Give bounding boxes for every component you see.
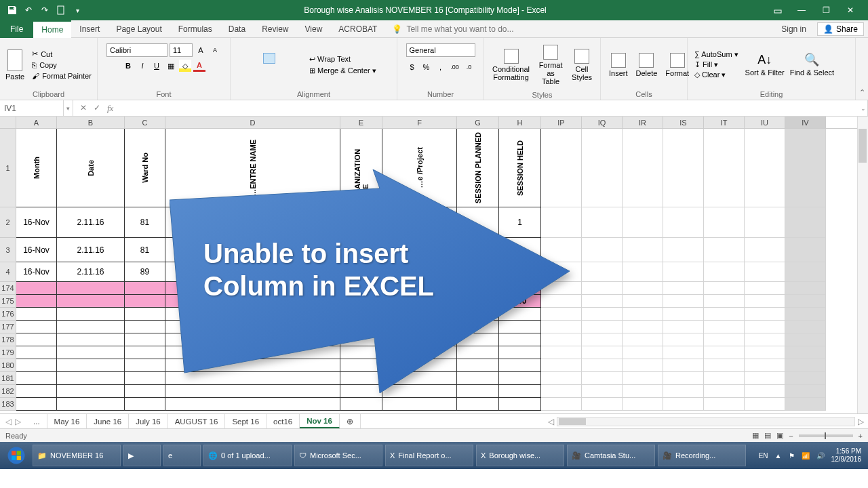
row-header[interactable]: 182	[0, 385, 16, 398]
cell[interactable]	[582, 359, 623, 372]
cell[interactable]	[704, 262, 745, 282]
cell[interactable]	[457, 308, 499, 321]
cell[interactable]	[623, 359, 663, 372]
cell[interactable]	[704, 295, 745, 308]
dec-decimal-icon[interactable]: .0	[463, 61, 475, 73]
cell[interactable]	[499, 333, 541, 346]
cell[interactable]: Month	[16, 129, 57, 207]
cell[interactable]	[663, 129, 704, 207]
cell[interactable]	[382, 359, 457, 372]
cell[interactable]	[623, 207, 663, 238]
font-color-icon[interactable]: A	[193, 60, 205, 72]
tab-insert[interactable]: Insert	[71, 20, 108, 38]
taskbar-button[interactable]: ▶	[123, 445, 161, 466]
col-header[interactable]: C	[125, 117, 165, 128]
cell[interactable]	[582, 398, 623, 411]
cell[interactable]	[623, 398, 663, 411]
row-header[interactable]: 176	[0, 308, 16, 321]
cell[interactable]	[785, 295, 826, 308]
cell[interactable]	[499, 238, 541, 262]
cell[interactable]	[663, 238, 704, 262]
shrink-font-icon[interactable]: A	[209, 44, 221, 56]
align-middle-icon[interactable]	[250, 53, 262, 64]
cell[interactable]	[541, 295, 582, 308]
clear-button[interactable]: ◇ Clear ▾	[694, 70, 738, 79]
cell[interactable]	[57, 333, 125, 346]
sheet-tab[interactable]: July 16	[129, 414, 167, 428]
cell[interactable]	[382, 262, 457, 282]
cell[interactable]	[125, 372, 165, 385]
tab-view[interactable]: View	[297, 20, 331, 38]
tab-prev-icon[interactable]: ◁	[5, 417, 12, 426]
zoom-slider[interactable]	[799, 434, 853, 437]
cell[interactable]	[382, 295, 457, 308]
view-normal-icon[interactable]: ▦	[752, 431, 759, 440]
taskbar-button[interactable]: 🛡Microsoft Sec...	[294, 445, 382, 466]
copy-button[interactable]: ⎘Copy	[30, 60, 59, 70]
cell[interactable]	[541, 346, 582, 359]
grow-font-icon[interactable]: A	[195, 44, 207, 56]
row-header[interactable]: 179	[0, 346, 16, 359]
cell[interactable]	[541, 333, 582, 346]
col-header[interactable]: H	[499, 117, 541, 128]
cell[interactable]	[704, 346, 745, 359]
row-header[interactable]: 174	[0, 282, 16, 295]
wrap-text-button[interactable]: ↩ Wrap Text	[309, 55, 376, 64]
cell[interactable]: 81	[125, 238, 165, 262]
conditional-fmt-button[interactable]: Conditional Formatting	[490, 47, 532, 83]
hscroll-left-icon[interactable]: ◁	[548, 417, 554, 426]
cell[interactable]	[340, 359, 382, 372]
col-header[interactable]: F	[382, 117, 457, 128]
cell[interactable]: 81	[125, 207, 165, 238]
col-header[interactable]: A	[16, 117, 57, 128]
currency-icon[interactable]: $	[406, 61, 418, 73]
format-painter-button[interactable]: 🖌Format Painter	[30, 71, 94, 81]
cell[interactable]	[785, 129, 826, 207]
row-header[interactable]: 180	[0, 359, 16, 372]
col-header[interactable]: G	[457, 117, 499, 128]
cell[interactable]	[16, 308, 57, 321]
col-header[interactable]: IT	[704, 117, 745, 128]
qat-dropdown-icon[interactable]: ▾	[72, 5, 83, 16]
name-box[interactable]: IV1	[0, 100, 64, 116]
cell[interactable]	[457, 372, 499, 385]
col-header[interactable]: E	[340, 117, 382, 128]
zoom-out-icon[interactable]: −	[789, 432, 793, 440]
cell[interactable]	[125, 321, 165, 333]
formula-expand-icon[interactable]: ⌄	[859, 100, 868, 116]
cell[interactable]	[165, 207, 340, 238]
tab-more[interactable]: ...	[26, 414, 47, 428]
close-icon[interactable]: ✕	[845, 5, 856, 16]
minimize-icon[interactable]: —	[796, 5, 807, 16]
signin[interactable]: Sign in	[774, 24, 813, 34]
cell[interactable]	[57, 282, 125, 295]
cell[interactable]	[57, 295, 125, 308]
taskbar-button[interactable]: 🎥Camtasia Stu...	[567, 445, 655, 466]
cell[interactable]	[340, 282, 382, 295]
align-right-icon[interactable]	[263, 66, 275, 77]
fill-button[interactable]: ↧ Fill ▾	[694, 60, 738, 69]
cell[interactable]	[663, 295, 704, 308]
cell[interactable]	[582, 321, 623, 333]
cell[interactable]	[785, 282, 826, 295]
align-left-icon[interactable]	[236, 66, 248, 77]
col-header[interactable]: IS	[663, 117, 704, 128]
row-header[interactable]: 178	[0, 333, 16, 346]
cell[interactable]	[125, 308, 165, 321]
col-header[interactable]: IV	[785, 117, 826, 128]
cell[interactable]	[457, 262, 499, 282]
inc-decimal-icon[interactable]: .00	[449, 61, 461, 73]
cell[interactable]	[57, 385, 125, 398]
cell[interactable]	[582, 282, 623, 295]
cell[interactable]	[457, 333, 499, 346]
cell[interactable]	[704, 129, 745, 207]
cell[interactable]	[499, 385, 541, 398]
file-tab[interactable]: File	[0, 20, 33, 38]
cell[interactable]	[16, 385, 57, 398]
col-header[interactable]: IU	[745, 117, 785, 128]
cell[interactable]	[582, 308, 623, 321]
cell[interactable]	[457, 238, 499, 262]
col-header[interactable]: IR	[623, 117, 663, 128]
cell[interactable]	[382, 282, 457, 295]
cell[interactable]	[382, 207, 457, 238]
